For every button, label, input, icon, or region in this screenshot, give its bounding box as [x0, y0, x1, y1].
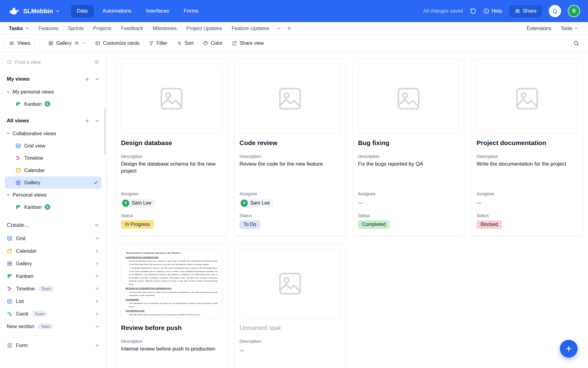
sort-button[interactable]: Sort: [173, 38, 197, 48]
chevron-down-icon: [82, 41, 86, 45]
table-tab-tasks[interactable]: Tasks: [4, 22, 34, 34]
card-design-database[interactable]: Design database Description Design the d…: [116, 59, 227, 236]
plus-icon[interactable]: [94, 324, 100, 329]
tools-button[interactable]: Tools: [557, 24, 582, 33]
find-view-input[interactable]: [15, 59, 91, 65]
app-logo-icon[interactable]: [8, 5, 20, 17]
status-badge[interactable]: In Progress: [121, 220, 154, 229]
view-item-grid-view[interactable]: Grid view: [5, 140, 101, 152]
plus-icon[interactable]: [94, 299, 100, 304]
status-badge[interactable]: To Do: [239, 220, 260, 229]
owner-badge: S: [45, 204, 50, 210]
plus-icon[interactable]: [94, 261, 100, 266]
table-tab-project-updates[interactable]: Project Updates: [182, 22, 227, 34]
table-tab-projects[interactable]: Projects: [89, 22, 116, 34]
grid-icon: [7, 236, 13, 241]
chevron-down-icon[interactable]: [95, 118, 100, 123]
share-button[interactable]: Share: [509, 5, 542, 17]
status-badge[interactable]: Blocked: [477, 220, 502, 229]
help-button[interactable]: ? Help: [483, 8, 502, 14]
group-personal-views[interactable]: Personal views: [5, 189, 101, 201]
notifications-button[interactable]: [549, 5, 561, 17]
share-people-icon: [514, 8, 520, 14]
tab-label: Features: [39, 25, 58, 31]
chevron-down-icon: [25, 26, 29, 30]
share-view-button[interactable]: Share view: [228, 38, 267, 48]
add-view-icon[interactable]: [85, 77, 90, 82]
nav-automations[interactable]: Automations: [97, 5, 138, 17]
view-item-timeline[interactable]: Timeline: [5, 152, 101, 164]
create-calendar[interactable]: Calendar: [5, 245, 101, 257]
status-badge[interactable]: Completed: [358, 220, 390, 229]
create-new-section[interactable]: New section Team: [5, 320, 101, 333]
create-gantt[interactable]: Gantt Team: [5, 308, 101, 320]
table-tab-milestones[interactable]: Milestones: [148, 22, 181, 34]
nav-interfaces[interactable]: Interfaces: [140, 5, 175, 17]
table-tab-features[interactable]: Features: [34, 22, 63, 34]
field-label-description: Description: [121, 339, 222, 344]
card-code-review[interactable]: Code review Description Review the code …: [234, 59, 346, 236]
table-tab-feature-updates[interactable]: Feature Updates: [227, 22, 274, 34]
workspace-switcher[interactable]: SLMobbin: [23, 8, 60, 15]
create-item-label: Timeline: [16, 286, 35, 292]
plus-icon[interactable]: [94, 343, 100, 348]
group-my-personal-views[interactable]: My personal views: [5, 86, 101, 98]
tabs-bar-right: Extensions Tools: [523, 24, 586, 33]
create-kanban[interactable]: Kanban: [5, 270, 101, 282]
add-view-icon[interactable]: [85, 118, 90, 124]
table-tab-feedback[interactable]: Feedback: [116, 22, 148, 34]
plus-icon[interactable]: [94, 248, 100, 254]
create-gallery[interactable]: Gallery: [5, 257, 101, 270]
tabs-overflow-button[interactable]: [274, 22, 284, 34]
view-switcher[interactable]: Gallery: [45, 38, 89, 48]
view-item-kanban-personal-2[interactable]: Kanban S: [5, 201, 101, 213]
gallery-icon: [15, 180, 21, 186]
filter-button[interactable]: Filter: [145, 38, 171, 48]
nav-data[interactable]: Data: [71, 5, 94, 17]
customize-cards-button[interactable]: Customize cards: [92, 38, 143, 48]
view-item-calendar[interactable]: Calendar: [5, 164, 101, 176]
card-unnamed-task[interactable]: Unnamed task Description: [234, 244, 346, 368]
plus-icon[interactable]: [94, 236, 100, 241]
card-review-before-push[interactable]: “Receiving Party”) (collectively referre…: [116, 244, 227, 368]
card-title: Project documentation: [477, 139, 578, 147]
card-bug-fixing[interactable]: Bug fixing Description Fix the bugs repo…: [353, 59, 464, 236]
create-timeline[interactable]: Timeline Team: [5, 282, 101, 295]
plus-icon[interactable]: [94, 274, 100, 279]
team-badge: Team: [38, 323, 54, 330]
create-grid[interactable]: Grid: [5, 232, 101, 245]
user-avatar[interactable]: S: [568, 5, 580, 17]
plus-icon[interactable]: [94, 286, 100, 291]
create-header[interactable]: Create...: [5, 218, 101, 232]
calendar-icon: [15, 167, 21, 173]
sidebar-scrollbar[interactable]: [104, 109, 106, 155]
history-button[interactable]: [470, 8, 477, 14]
view-item-kanban-personal[interactable]: Kanban S: [5, 98, 101, 110]
collaborators-icon: [74, 40, 79, 46]
assignee-chip[interactable]: S Sam Lee: [121, 199, 155, 208]
view-item-label: Gallery: [24, 180, 40, 186]
group-collaborative-views[interactable]: Collaborative views: [5, 127, 101, 140]
gantt-icon: [7, 311, 13, 317]
card-project-documentation[interactable]: Project documentation Description Write …: [471, 59, 583, 236]
top-nav: Data Automations Interfaces Forms: [71, 5, 204, 17]
share-view-label: Share view: [239, 40, 264, 46]
gallery-view: Design database Description Design the d…: [107, 52, 588, 368]
image-icon: [514, 85, 541, 112]
add-table-button[interactable]: [284, 22, 294, 34]
view-item-gallery[interactable]: Gallery: [5, 176, 101, 189]
nav-forms[interactable]: Forms: [178, 5, 204, 17]
extensions-button[interactable]: Extensions: [523, 24, 555, 33]
plus-icon[interactable]: [94, 311, 100, 316]
assignee-chip[interactable]: S Sam Lee: [239, 199, 274, 208]
empty-value-dash: [358, 202, 363, 204]
create-list[interactable]: List: [5, 295, 101, 308]
views-button[interactable]: Views: [4, 38, 35, 49]
add-record-fab[interactable]: [560, 340, 578, 358]
gear-icon[interactable]: [94, 59, 100, 65]
color-button[interactable]: Color: [199, 38, 226, 48]
chevron-down-icon[interactable]: [95, 77, 100, 82]
table-tab-sprints[interactable]: Sprints: [63, 22, 88, 34]
create-form[interactable]: Form: [5, 339, 101, 352]
search-button[interactable]: [571, 38, 582, 49]
